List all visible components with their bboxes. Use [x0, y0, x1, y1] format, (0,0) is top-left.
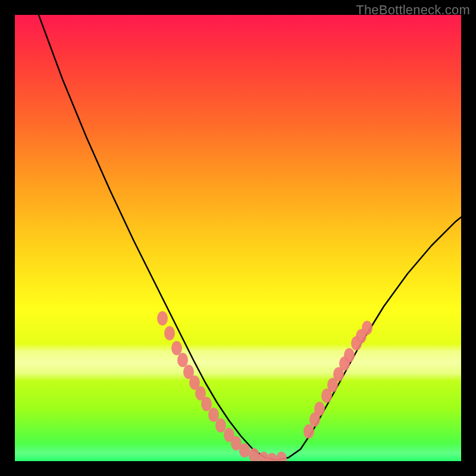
svg-point-14	[258, 452, 269, 461]
curve-markers	[157, 311, 372, 461]
plot-area	[15, 15, 461, 461]
svg-point-4	[183, 365, 194, 379]
svg-point-7	[201, 397, 212, 411]
svg-point-3	[177, 353, 188, 367]
svg-point-19	[314, 402, 325, 416]
svg-point-1	[164, 326, 175, 340]
svg-point-13	[249, 448, 259, 461]
svg-point-27	[362, 321, 372, 335]
svg-point-23	[339, 356, 350, 371]
svg-point-18	[309, 412, 320, 427]
svg-point-11	[231, 436, 242, 450]
chart-svg	[15, 15, 461, 461]
curve-line	[39, 15, 461, 460]
highlight-band-green	[15, 443, 461, 461]
svg-point-2	[171, 341, 182, 355]
svg-point-20	[321, 389, 332, 403]
svg-point-24	[344, 348, 355, 362]
highlight-band-yellow	[15, 344, 461, 381]
svg-point-26	[356, 329, 367, 343]
svg-point-0	[157, 311, 168, 325]
svg-point-6	[195, 386, 206, 400]
svg-point-5	[189, 375, 200, 390]
chart-container: TheBottleneck.com	[0, 0, 476, 476]
svg-point-8	[208, 408, 219, 422]
svg-point-10	[224, 428, 234, 442]
svg-point-12	[239, 443, 250, 458]
svg-point-17	[303, 424, 314, 439]
svg-point-22	[333, 367, 344, 381]
svg-point-15	[267, 453, 277, 461]
svg-point-16	[276, 452, 287, 461]
svg-point-9	[215, 418, 226, 433]
svg-point-21	[327, 378, 338, 392]
watermark-text: TheBottleneck.com	[356, 2, 470, 18]
svg-point-25	[351, 336, 362, 350]
